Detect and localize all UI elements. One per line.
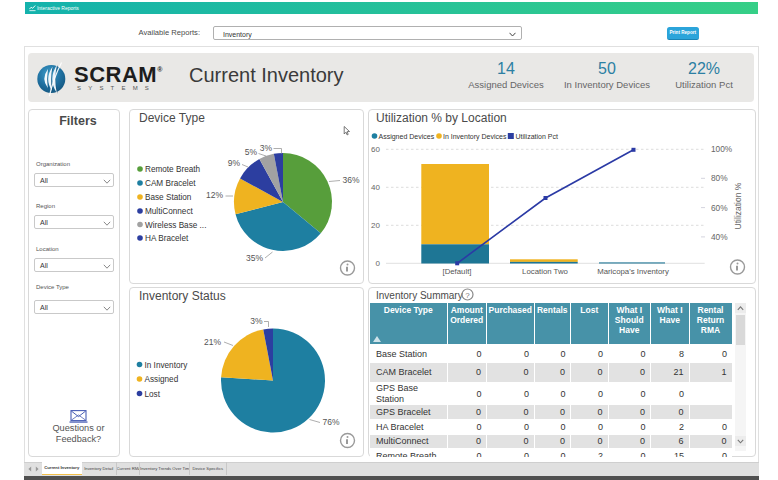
svg-text:5%: 5% <box>245 147 258 157</box>
svg-text:In Inventory: In Inventory <box>145 361 189 370</box>
svg-text:In Inventory Devices: In Inventory Devices <box>443 133 507 141</box>
svg-text:Wireless Base ...: Wireless Base ... <box>145 221 206 230</box>
svg-text:Assigned Devices: Assigned Devices <box>379 133 435 141</box>
svg-text:35%: 35% <box>246 253 263 263</box>
svg-text:3%: 3% <box>250 316 263 326</box>
svg-text:MultiConnect: MultiConnect <box>145 207 194 216</box>
svg-text:60%: 60% <box>711 203 728 213</box>
svg-text:100%: 100% <box>711 144 733 154</box>
svg-text:60: 60 <box>371 145 380 154</box>
svg-text:3%: 3% <box>260 143 273 153</box>
svg-text:HA Bracelet: HA Bracelet <box>145 234 189 243</box>
svg-text:CAM Bracelet: CAM Bracelet <box>145 179 196 188</box>
svg-text:Utilization Pct: Utilization Pct <box>516 133 558 140</box>
svg-text:80%: 80% <box>711 173 728 183</box>
svg-text:20: 20 <box>371 221 380 230</box>
svg-text:Assigned: Assigned <box>145 375 179 384</box>
svg-text:Lost: Lost <box>145 390 161 399</box>
svg-text:12%: 12% <box>206 190 223 200</box>
svg-text:Utilization %: Utilization % <box>733 182 743 229</box>
svg-text:Location Two: Location Two <box>522 267 568 276</box>
svg-text:[Default]: [Default] <box>442 267 471 276</box>
svg-text:?: ? <box>465 291 470 300</box>
svg-text:9%: 9% <box>228 158 241 168</box>
svg-text:40: 40 <box>371 183 380 192</box>
svg-text:Base Station: Base Station <box>145 193 192 202</box>
svg-text:Maricopa's Inventory: Maricopa's Inventory <box>597 267 669 276</box>
svg-text:21%: 21% <box>204 337 221 347</box>
svg-text:0: 0 <box>376 259 381 268</box>
svg-text:36%: 36% <box>343 175 360 185</box>
svg-text:40%: 40% <box>711 232 728 242</box>
svg-text:Remote Breath: Remote Breath <box>145 165 201 174</box>
svg-text:76%: 76% <box>323 417 340 427</box>
